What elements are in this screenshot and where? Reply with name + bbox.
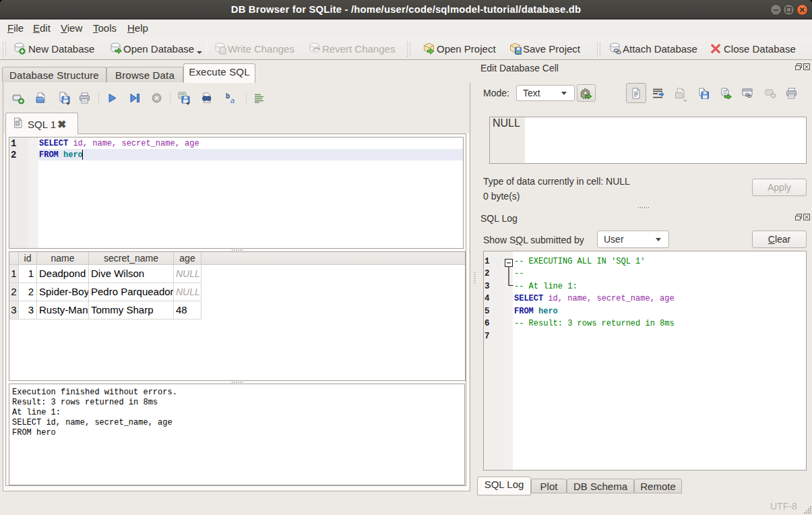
- svg-text:b: b: [226, 92, 230, 100]
- svg-text:a: a: [230, 96, 235, 104]
